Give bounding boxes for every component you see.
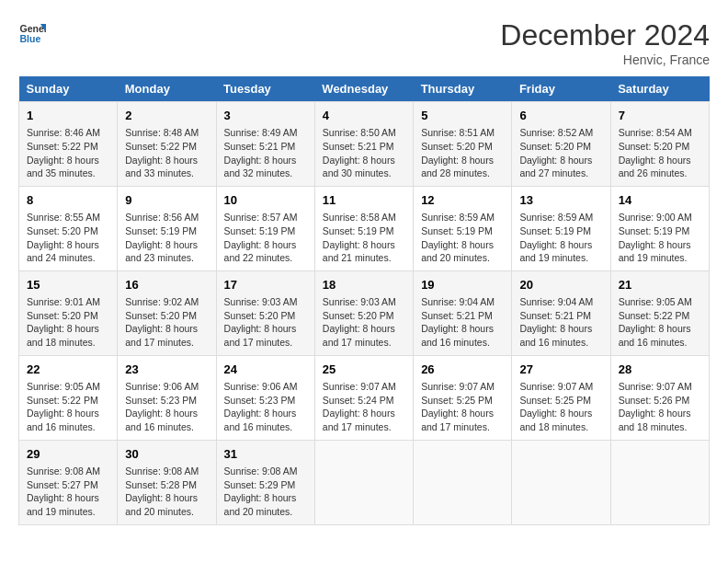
day-info: Sunrise: 9:06 AMSunset: 5:23 PMDaylight:… [125,380,208,434]
day-number: 7 [619,108,701,124]
table-cell: 9Sunrise: 8:56 AMSunset: 5:19 PMDaylight… [118,186,216,270]
day-info: Sunrise: 9:04 AMSunset: 5:21 PMDaylight:… [519,295,602,350]
day-number: 21 [619,277,701,293]
day-info: Sunrise: 9:06 AMSunset: 5:23 PMDaylight:… [224,380,307,434]
calendar-week-row: 15Sunrise: 9:01 AMSunset: 5:20 PMDayligh… [19,270,710,355]
day-number: 3 [224,108,307,124]
day-info: Sunrise: 8:50 AMSunset: 5:21 PMDaylight:… [323,126,405,180]
day-info: Sunrise: 9:07 AMSunset: 5:25 PMDaylight:… [421,380,504,434]
day-number: 5 [421,108,504,124]
day-info: Sunrise: 8:54 AMSunset: 5:20 PMDaylight:… [619,126,701,180]
logo: General Blue [18,18,46,46]
table-cell: 29Sunrise: 9:08 AMSunset: 5:27 PMDayligh… [19,440,118,524]
table-cell [314,440,413,524]
day-number: 26 [421,362,504,378]
table-cell: 3Sunrise: 8:49 AMSunset: 5:21 PMDaylight… [216,102,314,187]
day-info: Sunrise: 8:57 AMSunset: 5:19 PMDaylight:… [224,211,307,265]
day-number: 11 [323,192,405,209]
day-info: Sunrise: 8:52 AMSunset: 5:20 PMDaylight:… [519,126,602,180]
table-cell: 23Sunrise: 9:06 AMSunset: 5:23 PMDayligh… [118,355,216,440]
day-info: Sunrise: 9:02 AMSunset: 5:20 PMDaylight:… [125,295,208,350]
day-number: 15 [27,277,109,293]
col-monday: Monday [118,76,216,102]
day-number: 31 [224,446,307,463]
table-cell [610,440,709,524]
col-saturday: Saturday [610,76,709,102]
table-cell: 31Sunrise: 9:08 AMSunset: 5:29 PMDayligh… [216,440,314,524]
table-cell: 7Sunrise: 8:54 AMSunset: 5:20 PMDaylight… [610,102,709,187]
table-cell: 28Sunrise: 9:07 AMSunset: 5:26 PMDayligh… [610,355,709,440]
day-info: Sunrise: 8:48 AMSunset: 5:22 PMDaylight:… [125,126,208,180]
table-cell: 6Sunrise: 8:52 AMSunset: 5:20 PMDaylight… [512,102,610,187]
table-cell [414,440,512,524]
col-sunday: Sunday [19,76,118,102]
calendar-week-row: 1Sunrise: 8:46 AMSunset: 5:22 PMDaylight… [19,102,710,187]
day-info: Sunrise: 8:58 AMSunset: 5:19 PMDaylight:… [323,211,405,265]
day-info: Sunrise: 8:59 AMSunset: 5:19 PMDaylight:… [519,211,602,265]
col-tuesday: Tuesday [216,76,314,102]
day-number: 29 [27,446,109,463]
day-number: 17 [224,277,307,293]
day-number: 8 [27,192,109,209]
table-cell: 18Sunrise: 9:03 AMSunset: 5:20 PMDayligh… [314,270,413,355]
day-number: 14 [619,192,701,209]
day-number: 22 [27,362,109,378]
calendar-week-row: 29Sunrise: 9:08 AMSunset: 5:27 PMDayligh… [19,440,710,524]
col-thursday: Thursday [414,76,512,102]
day-number: 10 [224,192,307,209]
day-number: 25 [323,362,405,378]
table-cell: 5Sunrise: 8:51 AMSunset: 5:20 PMDaylight… [414,102,512,187]
day-info: Sunrise: 9:03 AMSunset: 5:20 PMDaylight:… [323,295,405,350]
day-number: 20 [519,277,602,293]
table-cell: 25Sunrise: 9:07 AMSunset: 5:24 PMDayligh… [314,355,413,440]
table-cell: 12Sunrise: 8:59 AMSunset: 5:19 PMDayligh… [414,186,512,270]
day-number: 4 [323,108,405,124]
day-info: Sunrise: 8:49 AMSunset: 5:21 PMDaylight:… [224,126,307,180]
day-info: Sunrise: 8:56 AMSunset: 5:19 PMDaylight:… [125,211,208,265]
table-cell: 15Sunrise: 9:01 AMSunset: 5:20 PMDayligh… [19,270,118,355]
day-info: Sunrise: 9:00 AMSunset: 5:19 PMDaylight:… [619,211,701,265]
table-cell: 27Sunrise: 9:07 AMSunset: 5:25 PMDayligh… [512,355,610,440]
table-cell: 14Sunrise: 9:00 AMSunset: 5:19 PMDayligh… [610,186,709,270]
day-number: 13 [519,192,602,209]
day-info: Sunrise: 9:01 AMSunset: 5:20 PMDaylight:… [27,295,109,350]
table-cell: 24Sunrise: 9:06 AMSunset: 5:23 PMDayligh… [216,355,314,440]
day-info: Sunrise: 8:46 AMSunset: 5:22 PMDaylight:… [27,126,109,180]
day-number: 28 [619,362,701,378]
calendar-header-row: Sunday Monday Tuesday Wednesday Thursday… [19,76,710,102]
table-cell: 8Sunrise: 8:55 AMSunset: 5:20 PMDaylight… [19,186,118,270]
table-cell: 2Sunrise: 8:48 AMSunset: 5:22 PMDaylight… [118,102,216,187]
day-number: 2 [125,108,208,124]
table-cell: 26Sunrise: 9:07 AMSunset: 5:25 PMDayligh… [414,355,512,440]
location: Henvic, France [500,52,710,67]
day-info: Sunrise: 9:05 AMSunset: 5:22 PMDaylight:… [619,295,701,350]
title-area: December 2024 Henvic, France [500,18,710,67]
month-title: December 2024 [500,18,710,52]
logo-icon: General Blue [18,18,46,46]
table-cell: 1Sunrise: 8:46 AMSunset: 5:22 PMDaylight… [19,102,118,187]
table-cell: 19Sunrise: 9:04 AMSunset: 5:21 PMDayligh… [414,270,512,355]
day-info: Sunrise: 9:07 AMSunset: 5:26 PMDaylight:… [619,380,701,434]
calendar-table: Sunday Monday Tuesday Wednesday Thursday… [18,76,710,525]
day-number: 12 [421,192,504,209]
day-info: Sunrise: 9:08 AMSunset: 5:27 PMDaylight:… [27,465,109,519]
col-friday: Friday [512,76,610,102]
table-cell: 4Sunrise: 8:50 AMSunset: 5:21 PMDaylight… [314,102,413,187]
page-header: General Blue December 2024 Henvic, Franc… [18,18,710,67]
day-info: Sunrise: 9:07 AMSunset: 5:25 PMDaylight:… [519,380,602,434]
day-info: Sunrise: 8:59 AMSunset: 5:19 PMDaylight:… [421,211,504,265]
day-number: 1 [27,108,109,124]
day-info: Sunrise: 9:07 AMSunset: 5:24 PMDaylight:… [323,380,405,434]
day-number: 23 [125,362,208,378]
day-info: Sunrise: 9:03 AMSunset: 5:20 PMDaylight:… [224,295,307,350]
table-cell: 20Sunrise: 9:04 AMSunset: 5:21 PMDayligh… [512,270,610,355]
day-info: Sunrise: 8:55 AMSunset: 5:20 PMDaylight:… [27,211,109,265]
day-number: 30 [125,446,208,463]
day-info: Sunrise: 9:08 AMSunset: 5:28 PMDaylight:… [125,465,208,519]
table-cell: 11Sunrise: 8:58 AMSunset: 5:19 PMDayligh… [314,186,413,270]
svg-text:Blue: Blue [20,33,41,44]
day-info: Sunrise: 9:05 AMSunset: 5:22 PMDaylight:… [27,380,109,434]
table-cell: 16Sunrise: 9:02 AMSunset: 5:20 PMDayligh… [118,270,216,355]
day-info: Sunrise: 9:08 AMSunset: 5:29 PMDaylight:… [224,465,307,519]
day-info: Sunrise: 8:51 AMSunset: 5:20 PMDaylight:… [421,126,504,180]
